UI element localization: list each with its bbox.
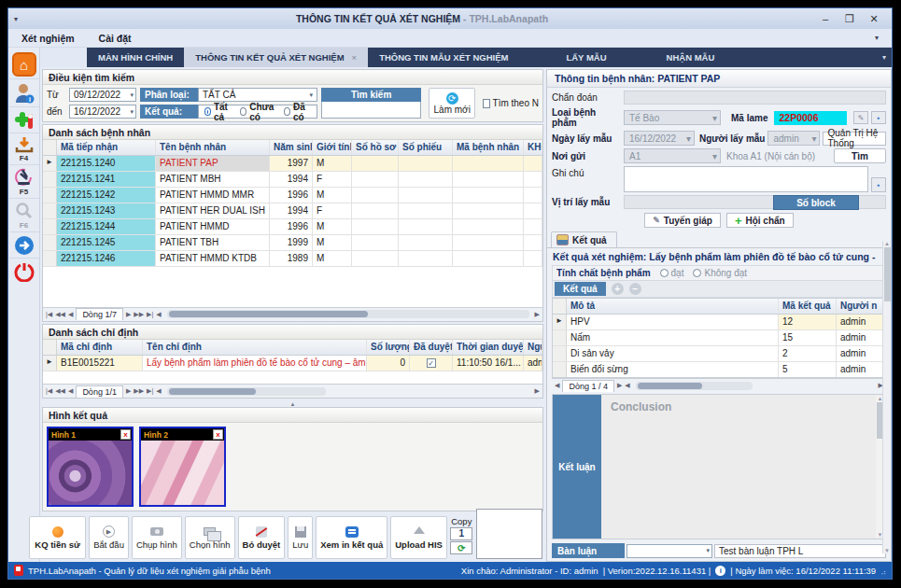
image-close-icon[interactable]: x — [120, 429, 131, 440]
remove-result-icon[interactable]: − — [629, 283, 641, 295]
copy-refresh-icon[interactable]: ⟳ — [450, 541, 472, 554]
sidebar-item-export[interactable] — [9, 232, 39, 259]
result-row[interactable]: Biến đổi sừng 5 admin — [553, 362, 885, 377]
sidebar-item-power[interactable] — [9, 259, 39, 284]
specimen-select[interactable]: Tế Bào▾ — [624, 110, 721, 125]
pager-prev-icon[interactable]: ◀ — [555, 382, 559, 389]
edit-lame-button[interactable]: ✎ — [853, 111, 868, 124]
info-icon[interactable]: i — [715, 566, 725, 576]
save-note-button[interactable]: ▪ — [871, 177, 886, 192]
thyroid-button[interactable]: ✎Tuyến giáp — [644, 213, 721, 228]
col-header[interactable]: Tên chỉ định — [143, 340, 367, 355]
histology-image-1[interactable] — [49, 441, 132, 505]
search-input[interactable] — [321, 102, 421, 119]
sample-date-select[interactable]: 16/12/2022▾ — [624, 131, 695, 146]
result-image-2[interactable]: Hình 2x — [139, 427, 226, 507]
choose-image-button[interactable]: Chọn hình — [185, 516, 235, 559]
pager-next-icon[interactable]: ▶ — [617, 382, 622, 389]
radio-khong-dat[interactable]: Không đạt — [693, 268, 747, 278]
result-row[interactable]: Di sản vảy 2 admin — [553, 346, 885, 362]
sidebar-item-microscope-f5[interactable]: F5 — [9, 165, 39, 199]
scroll-down-icon[interactable]: ▼ — [884, 548, 890, 553]
result-tab[interactable]: Kết quả — [551, 231, 617, 247]
tabstrip-caret-icon[interactable]: ▾ — [882, 53, 892, 62]
splitter-handle[interactable]: ▲ — [42, 400, 543, 407]
sample-position-field[interactable]: Số block — [624, 195, 886, 209]
pager-prev-icon[interactable]: ◀ — [68, 387, 73, 395]
pager-fastnext-icon[interactable]: ▶▶ — [134, 311, 144, 318]
pager-next-icon[interactable]: ▶ — [126, 387, 131, 395]
tab-nhan-mau[interactable]: NHẬN MẪU — [655, 48, 726, 67]
quick-access-caret-icon[interactable]: ▾ — [14, 15, 31, 23]
scroll-up-icon[interactable]: ▲ — [884, 241, 890, 246]
sidebar-item-home[interactable]: ⌂ — [9, 49, 39, 79]
pager-next-icon[interactable]: ▶ — [126, 311, 131, 318]
hscroll-right-icon[interactable]: ▶ — [535, 387, 540, 395]
close-button[interactable]: ✕ — [862, 13, 886, 25]
hscroll-left-icon[interactable]: ◀ — [156, 387, 161, 395]
scroll-thumb[interactable] — [638, 383, 702, 389]
horizontal-scrollbar[interactable] — [636, 382, 753, 390]
order-row-selected[interactable]: ► B1E0015221 Lấy bệnh phẩm làm phiên đồ … — [43, 356, 542, 371]
discussion-field[interactable]: Test bàn luận TPH L — [714, 544, 886, 558]
sidebar-item-add-test[interactable] — [9, 107, 39, 133]
col-header[interactable]: Mã tiếp nhận — [57, 140, 156, 155]
col-header[interactable]: Số lượng — [367, 340, 410, 355]
col-header[interactable]: Mã bệnh nhân — [453, 140, 524, 155]
patient-row-selected[interactable]: ► 221215.1240 PATIENT PAP 1997 M — [43, 156, 542, 172]
conclusion-textarea[interactable]: Conclusion ▲ ▼ — [601, 395, 885, 539]
col-header[interactable]: Mô tả — [567, 299, 779, 314]
refresh-button[interactable]: ⟳ Làm mới — [429, 88, 475, 119]
col-header[interactable]: Đã duyệt — [410, 340, 453, 355]
sidebar-item-receive-f4[interactable]: F4 — [9, 133, 39, 165]
image-close-icon[interactable]: x — [213, 429, 223, 440]
result-row[interactable]: Nấm 15 admin — [553, 330, 885, 346]
col-header[interactable]: Mã chỉ định — [57, 340, 143, 355]
save-lame-button[interactable]: ▪ — [871, 111, 886, 124]
block-number-button[interactable]: Số block — [773, 195, 859, 210]
scroll-thumb[interactable] — [169, 388, 257, 395]
col-header[interactable]: Giới tính — [313, 140, 352, 155]
hscroll-left-icon[interactable]: ◀ — [625, 382, 629, 389]
right-panel-scrollbar[interactable]: ▲ ▼ — [882, 241, 891, 553]
start-button[interactable]: ▶ Bắt đầu — [89, 516, 129, 559]
sampler-name-field[interactable]: Quản Trị Hệ Thống — [823, 132, 886, 146]
from-date-picker[interactable]: 09/12/2022▾ — [69, 88, 136, 102]
menu-cai-dat[interactable]: Cài đặt — [99, 33, 132, 44]
result-row-selected[interactable]: ► HPV 12 admin — [553, 315, 885, 330]
radio-da-co[interactable]: Đã có — [284, 102, 311, 122]
note-textarea[interactable] — [624, 166, 868, 192]
pager-fastprev-icon[interactable]: ◀◀ — [55, 387, 65, 395]
pager-prev-icon[interactable]: ◀ — [68, 311, 73, 318]
horizontal-scrollbar[interactable] — [167, 310, 529, 318]
pager-first-icon[interactable]: |◀ — [46, 387, 52, 395]
col-header[interactable]: Mã kết quả — [779, 299, 837, 314]
pager-fastnext-icon[interactable]: ▶▶ — [134, 387, 144, 395]
patient-row[interactable]: 221215.1241 PATIENT MBH 1994 F — [43, 172, 542, 188]
patient-row[interactable]: 221215.1244 PATIENT HMMD 1996 M — [43, 219, 542, 235]
col-header[interactable]: Người d — [524, 340, 542, 355]
add-result-icon[interactable]: + — [612, 283, 624, 295]
col-header[interactable]: Tên bệnh nhân — [156, 140, 270, 155]
patient-row[interactable]: 221215.1246 PATIENT HMMD KTDB 1989 M — [43, 251, 542, 267]
category-select[interactable]: TẤT CẢ▾ — [198, 88, 317, 102]
col-header[interactable]: Số hồ sơ — [352, 140, 399, 155]
scroll-thumb[interactable] — [169, 311, 368, 317]
col-header[interactable]: KHOA HIỆN — [524, 140, 542, 155]
scroll-track[interactable] — [884, 247, 891, 547]
upload-his-button[interactable]: Upload HIS — [390, 516, 447, 559]
capture-button[interactable]: Chụp hình — [132, 516, 182, 559]
search-by-checkbox[interactable]: Tìm theo N — [483, 88, 539, 119]
tab-lay-mau[interactable]: LẤY MẪU — [555, 48, 617, 67]
pager-last-icon[interactable]: ▶| — [147, 387, 153, 395]
col-header[interactable]: Năm sinh — [270, 140, 313, 155]
copy-count-input[interactable]: 1 — [450, 527, 472, 540]
to-date-picker[interactable]: 16/12/2022▾ — [69, 105, 136, 119]
history-result-button[interactable]: KQ tiền sử — [29, 516, 86, 559]
radio-tat-ca[interactable]: Tất cả — [204, 102, 232, 122]
results-subtab[interactable]: Kết quả — [555, 282, 606, 296]
consult-button[interactable]: +Hội chẩn — [726, 213, 794, 228]
radio-dat[interactable]: đạt — [660, 268, 684, 278]
patient-row[interactable]: 221215.1245 PATIENT TBH 1999 M — [43, 235, 542, 251]
discussion-select[interactable]: ▾ — [626, 544, 712, 558]
